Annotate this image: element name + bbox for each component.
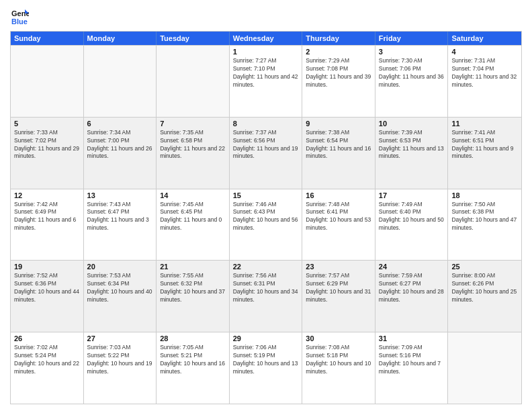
cell-info: Sunrise: 7:29 AM Sunset: 7:08 PM Dayligh… [306, 57, 371, 89]
cell-info: Sunrise: 7:57 AM Sunset: 6:29 PM Dayligh… [306, 272, 371, 304]
day-cell-11: 11 Sunrise: 7:41 AM Sunset: 6:51 PM Dayl… [448, 118, 521, 189]
day-number: 19 [14, 263, 80, 271]
cell-info: Sunrise: 7:34 AM Sunset: 7:00 PM Dayligh… [87, 129, 153, 161]
day-number: 14 [160, 191, 226, 199]
cell-info: Sunrise: 7:50 AM Sunset: 6:38 PM Dayligh… [451, 201, 518, 233]
day-number: 26 [14, 334, 80, 342]
logo-icon: General Blue [10, 7, 29, 26]
header-day-thursday: Thursday [302, 32, 375, 45]
day-cell-27: 27 Sunrise: 7:03 AM Sunset: 5:22 PM Dayl… [84, 332, 157, 404]
cell-info: Sunrise: 7:31 AM Sunset: 7:04 PM Dayligh… [451, 57, 518, 89]
calendar-row-3: 19 Sunrise: 7:52 AM Sunset: 6:36 PM Dayl… [11, 260, 521, 332]
day-number: 18 [451, 191, 518, 199]
cell-info: Sunrise: 7:56 AM Sunset: 6:31 PM Dayligh… [233, 272, 299, 304]
day-cell-21: 21 Sunrise: 7:55 AM Sunset: 6:32 PM Dayl… [157, 261, 230, 332]
cell-info: Sunrise: 7:09 AM Sunset: 5:16 PM Dayligh… [379, 344, 445, 376]
calendar-body: 1 Sunrise: 7:27 AM Sunset: 7:10 PM Dayli… [11, 45, 521, 404]
header-day-wednesday: Wednesday [230, 32, 303, 45]
day-cell-9: 9 Sunrise: 7:38 AM Sunset: 6:54 PM Dayli… [302, 118, 375, 189]
cell-info: Sunrise: 7:27 AM Sunset: 7:10 PM Dayligh… [233, 57, 299, 89]
day-cell-14: 14 Sunrise: 7:45 AM Sunset: 6:45 PM Dayl… [157, 189, 230, 261]
day-number: 25 [451, 263, 518, 271]
cell-info: Sunrise: 7:33 AM Sunset: 7:02 PM Dayligh… [14, 129, 80, 161]
day-cell-31: 31 Sunrise: 7:09 AM Sunset: 5:16 PM Dayl… [375, 332, 449, 404]
day-number: 17 [379, 191, 445, 199]
day-number: 3 [379, 48, 445, 56]
cell-info: Sunrise: 7:38 AM Sunset: 6:54 PM Dayligh… [306, 129, 371, 161]
day-cell-28: 28 Sunrise: 7:05 AM Sunset: 5:21 PM Dayl… [157, 332, 230, 404]
cell-info: Sunrise: 7:46 AM Sunset: 6:43 PM Dayligh… [233, 201, 299, 233]
empty-cell [84, 46, 157, 117]
logo: General Blue [10, 7, 29, 26]
day-cell-1: 1 Sunrise: 7:27 AM Sunset: 7:10 PM Dayli… [230, 46, 303, 117]
day-number: 4 [451, 48, 518, 56]
cell-info: Sunrise: 7:35 AM Sunset: 6:58 PM Dayligh… [160, 129, 226, 161]
cell-info: Sunrise: 7:39 AM Sunset: 6:53 PM Dayligh… [379, 129, 445, 161]
day-number: 22 [233, 263, 299, 271]
day-cell-12: 12 Sunrise: 7:42 AM Sunset: 6:49 PM Dayl… [11, 189, 84, 261]
day-number: 5 [14, 120, 80, 128]
cell-info: Sunrise: 7:03 AM Sunset: 5:22 PM Dayligh… [87, 344, 153, 376]
day-cell-15: 15 Sunrise: 7:46 AM Sunset: 6:43 PM Dayl… [230, 189, 303, 261]
header-day-friday: Friday [375, 32, 449, 45]
cell-info: Sunrise: 7:48 AM Sunset: 6:41 PM Dayligh… [306, 201, 371, 233]
day-cell-22: 22 Sunrise: 7:56 AM Sunset: 6:31 PM Dayl… [230, 261, 303, 332]
header-day-tuesday: Tuesday [157, 32, 230, 45]
day-cell-5: 5 Sunrise: 7:33 AM Sunset: 7:02 PM Dayli… [11, 118, 84, 189]
calendar-row-1: 5 Sunrise: 7:33 AM Sunset: 7:02 PM Dayli… [11, 117, 521, 189]
page: General Blue SundayMondayTuesdayWednesda… [0, 0, 532, 411]
calendar-row-2: 12 Sunrise: 7:42 AM Sunset: 6:49 PM Dayl… [11, 189, 521, 261]
day-number: 16 [306, 191, 371, 199]
day-cell-8: 8 Sunrise: 7:37 AM Sunset: 6:56 PM Dayli… [230, 118, 303, 189]
day-cell-16: 16 Sunrise: 7:48 AM Sunset: 6:41 PM Dayl… [302, 189, 375, 261]
day-cell-24: 24 Sunrise: 7:59 AM Sunset: 6:27 PM Dayl… [375, 261, 449, 332]
day-number: 15 [233, 191, 299, 199]
cell-info: Sunrise: 7:37 AM Sunset: 6:56 PM Dayligh… [233, 129, 299, 161]
empty-cell [448, 332, 521, 404]
day-cell-30: 30 Sunrise: 7:08 AM Sunset: 5:18 PM Dayl… [302, 332, 375, 404]
day-cell-3: 3 Sunrise: 7:30 AM Sunset: 7:06 PM Dayli… [375, 46, 449, 117]
day-cell-6: 6 Sunrise: 7:34 AM Sunset: 7:00 PM Dayli… [84, 118, 157, 189]
cell-info: Sunrise: 7:52 AM Sunset: 6:36 PM Dayligh… [14, 272, 80, 304]
day-number: 21 [160, 263, 226, 271]
header-day-sunday: Sunday [11, 32, 84, 45]
svg-text:Blue: Blue [11, 17, 28, 26]
day-number: 12 [14, 191, 80, 199]
day-number: 24 [379, 263, 445, 271]
cell-info: Sunrise: 7:05 AM Sunset: 5:21 PM Dayligh… [160, 344, 226, 376]
empty-cell [157, 46, 230, 117]
day-cell-25: 25 Sunrise: 8:00 AM Sunset: 6:26 PM Dayl… [448, 261, 521, 332]
calendar-row-0: 1 Sunrise: 7:27 AM Sunset: 7:10 PM Dayli… [11, 45, 521, 117]
cell-info: Sunrise: 7:55 AM Sunset: 6:32 PM Dayligh… [160, 272, 226, 304]
cell-info: Sunrise: 7:45 AM Sunset: 6:45 PM Dayligh… [160, 201, 226, 233]
cell-info: Sunrise: 7:02 AM Sunset: 5:24 PM Dayligh… [14, 344, 80, 376]
day-number: 20 [87, 263, 153, 271]
day-number: 31 [379, 334, 445, 342]
day-cell-26: 26 Sunrise: 7:02 AM Sunset: 5:24 PM Dayl… [11, 332, 84, 404]
cell-info: Sunrise: 8:00 AM Sunset: 6:26 PM Dayligh… [451, 272, 518, 304]
day-number: 23 [306, 263, 371, 271]
empty-cell [11, 46, 84, 117]
day-number: 1 [233, 48, 299, 56]
day-cell-17: 17 Sunrise: 7:49 AM Sunset: 6:40 PM Dayl… [375, 189, 449, 261]
cell-info: Sunrise: 7:49 AM Sunset: 6:40 PM Dayligh… [379, 201, 445, 233]
day-number: 9 [306, 120, 371, 128]
day-cell-18: 18 Sunrise: 7:50 AM Sunset: 6:38 PM Dayl… [448, 189, 521, 261]
day-cell-19: 19 Sunrise: 7:52 AM Sunset: 6:36 PM Dayl… [11, 261, 84, 332]
cell-info: Sunrise: 7:59 AM Sunset: 6:27 PM Dayligh… [379, 272, 445, 304]
day-number: 28 [160, 334, 226, 342]
cell-info: Sunrise: 7:41 AM Sunset: 6:51 PM Dayligh… [451, 129, 518, 161]
day-cell-20: 20 Sunrise: 7:53 AM Sunset: 6:34 PM Dayl… [84, 261, 157, 332]
cell-info: Sunrise: 7:43 AM Sunset: 6:47 PM Dayligh… [87, 201, 153, 233]
day-cell-23: 23 Sunrise: 7:57 AM Sunset: 6:29 PM Dayl… [302, 261, 375, 332]
cell-info: Sunrise: 7:42 AM Sunset: 6:49 PM Dayligh… [14, 201, 80, 233]
calendar-row-4: 26 Sunrise: 7:02 AM Sunset: 5:24 PM Dayl… [11, 332, 521, 404]
day-cell-10: 10 Sunrise: 7:39 AM Sunset: 6:53 PM Dayl… [375, 118, 449, 189]
cell-info: Sunrise: 7:06 AM Sunset: 5:19 PM Dayligh… [233, 344, 299, 376]
day-number: 30 [306, 334, 371, 342]
header-day-saturday: Saturday [448, 32, 521, 45]
calendar: SundayMondayTuesdayWednesdayThursdayFrid… [10, 31, 522, 404]
day-number: 11 [451, 120, 518, 128]
cell-info: Sunrise: 7:08 AM Sunset: 5:18 PM Dayligh… [306, 344, 371, 376]
header-day-monday: Monday [84, 32, 157, 45]
